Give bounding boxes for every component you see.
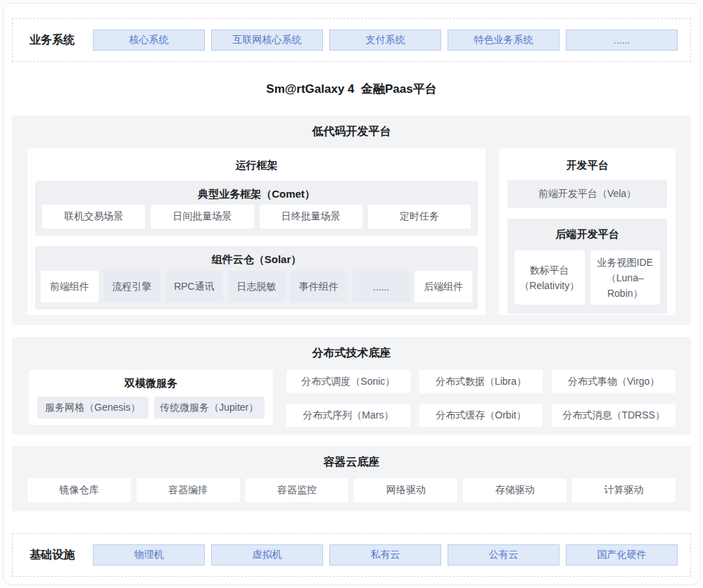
distributed-items-grid: 分布式调度（Sonic） 分布式数据（Libra） 分布式事物（Virgo） 分… [286,370,676,427]
business-systems-items: 核心系统 互联网核心系统 支付系统 特色业务系统 ...... [93,30,678,51]
infrastructure-item-vm: 虚拟机 [211,544,323,565]
lowcode-body: 运行框架 典型业务框架（Comet） 联机交易场景 日间批量场景 日终批量场景 … [12,139,691,315]
infrastructure-band: 基础设施 物理机 虚拟机 私有云 公有云 国产化硬件 [12,533,691,577]
distributed-item-libra: 分布式数据（Libra） [419,370,543,393]
solar-item-backend-components: 后端组件 [414,271,472,302]
business-system-item-internet-core: 互联网核心系统 [211,30,323,51]
business-systems-band: 业务系统 核心系统 互联网核心系统 支付系统 特色业务系统 ...... [12,18,691,62]
container-item-monitoring: 容器监控 [246,478,349,502]
lowcode-section: 低代码开发平台 运行框架 典型业务框架（Comet） 联机交易场景 日间批量场景… [12,115,691,325]
dual-mode-items-row: 服务网格（Genesis） 传统微服务（Jupiter） [37,397,265,418]
distributed-section: 分布式技术底座 双模微服务 服务网格（Genesis） 传统微服务（Jupite… [12,337,691,435]
dual-mode-item-jupiter: 传统微服务（Jupiter） [154,397,265,418]
comet-item-endofday-batch: 日终批量场景 [260,205,362,229]
distributed-item-mars: 分布式序列（Mars） [286,404,410,427]
infrastructure-label: 基础设施 [30,548,75,563]
container-item-network-driver: 网络驱动 [354,478,457,502]
distributed-title: 分布式技术底座 [12,337,691,361]
solar-item-log-masking: 日志脱敏 [228,271,286,302]
comet-item-daytime-batch: 日间批量场景 [151,205,253,229]
dev-platform-panel: 开发平台 前端开发平台（Vela） 后端开发平台 数标平台 （Relativit… [499,148,676,315]
backend-dev-panel: 后端开发平台 数标平台 （Relativity） 业务视图IDE （Luna–R… [507,219,667,314]
backend-item-name: 业务视图IDE [597,255,653,270]
business-system-item-more: ...... [566,30,678,51]
dual-mode-item-genesis: 服务网格（Genesis） [37,397,148,418]
infrastructure-items: 物理机 虚拟机 私有云 公有云 国产化硬件 [93,544,678,565]
infrastructure-item-physical: 物理机 [93,544,205,565]
business-system-item-payment: 支付系统 [329,30,441,51]
distributed-body: 双模微服务 服务网格（Genesis） 传统微服务（Jupiter） 分布式调度… [12,361,691,427]
container-cloud-title: 容器云底座 [12,446,691,470]
container-item-storage-driver: 存储驱动 [463,478,566,502]
solar-item-rpc: RPC通讯 [165,271,223,302]
solar-item-event-components: 事件组件 [290,271,348,302]
frontend-dev-platform-vela: 前端开发平台（Vela） [507,180,667,208]
comet-item-online-trade: 联机交易场景 [42,205,145,229]
page-title: Sm@rtGalaxy 4 金融Paas平台 [266,81,436,97]
container-item-image-registry: 镜像仓库 [27,478,131,502]
backend-item-relativity: 数标平台 （Relativity） [514,250,585,305]
dual-mode-title: 双模微服务 [37,376,265,390]
distributed-item-tdrss: 分布式消息（TDRSS） [552,404,676,427]
distributed-item-sonic: 分布式调度（Sonic） [286,370,410,393]
backend-item-sub: （Luna–Robin） [590,270,661,301]
backend-dev-title: 后端开发平台 [514,227,660,241]
dev-platform-title: 开发平台 [507,158,667,172]
solar-items-row: 前端组件 流程引擎 RPC通讯 日志脱敏 事件组件 ...... 后端组件 [41,271,472,302]
runtime-frame-panel: 运行框架 典型业务框架（Comet） 联机交易场景 日间批量场景 日终批量场景 … [27,148,486,315]
comet-item-scheduled-task: 定时任务 [368,205,471,229]
container-cloud-items-row: 镜像仓库 容器编排 容器监控 网络驱动 存储驱动 计算驱动 [12,470,691,502]
comet-title: 典型业务框架（Comet） [42,187,471,201]
backend-item-name: 数标平台 [530,262,569,278]
comet-panel: 典型业务框架（Comet） 联机交易场景 日间批量场景 日终批量场景 定时任务 [35,181,478,236]
solar-item-more: ...... [353,271,410,302]
solar-item-frontend-components: 前端组件 [41,271,99,302]
container-cloud-section: 容器云底座 镜像仓库 容器编排 容器监控 网络驱动 存储驱动 计算驱动 [12,446,691,511]
dual-mode-panel: 双模微服务 服务网格（Genesis） 传统微服务（Jupiter） [29,370,273,425]
backend-items-row: 数标平台 （Relativity） 业务视图IDE （Luna–Robin） [514,250,660,305]
backend-item-sub: （Relativity） [519,278,579,293]
page-title-row: Sm@rtGalaxy 4 金融Paas平台 [12,62,691,115]
business-system-item-core: 核心系统 [93,30,205,51]
business-systems-label: 业务系统 [30,33,75,48]
infrastructure-item-domestic-hardware: 国产化硬件 [566,544,678,565]
container-item-compute-driver: 计算驱动 [572,478,676,502]
comet-items-row: 联机交易场景 日间批量场景 日终批量场景 定时任务 [42,205,471,229]
distributed-item-orbit: 分布式缓存（Orbit） [419,404,543,427]
solar-title: 组件云仓（Solar） [41,253,472,267]
runtime-frame-title: 运行框架 [35,158,478,172]
solar-item-process-engine: 流程引擎 [103,271,161,302]
backend-item-luna-robin: 业务视图IDE （Luna–Robin） [590,250,661,305]
distributed-item-virgo: 分布式事物（Virgo） [552,370,676,393]
lowcode-title: 低代码开发平台 [12,115,691,139]
business-system-item-featured: 特色业务系统 [448,30,559,51]
infrastructure-item-public-cloud: 公有云 [448,544,559,565]
infrastructure-item-private-cloud: 私有云 [329,544,441,565]
solar-panel: 组件云仓（Solar） 前端组件 流程引擎 RPC通讯 日志脱敏 事件组件 ..… [35,246,478,309]
container-item-orchestration: 容器编排 [137,478,240,502]
architecture-diagram-card: 业务系统 核心系统 互联网核心系统 支付系统 特色业务系统 ...... Sm@… [3,3,700,585]
